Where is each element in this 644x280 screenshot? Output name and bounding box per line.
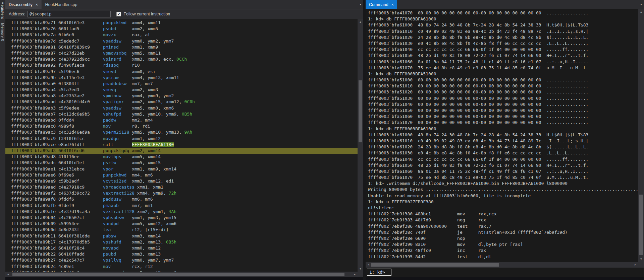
- disasm-line[interactable]: ffff8003`bfa89b09 c59954ee vandpd xmm5, …: [5, 221, 363, 227]
- disasm-operands: xmm2, xmm5: [132, 26, 158, 31]
- disasm-line[interactable]: ffff8003`bfa89adc 66410fd1ef psrlw xmm5,…: [5, 160, 363, 166]
- disasm-line[interactable]: ffff8003`bfa89aad c4c3010fd4c0 vpalignr …: [5, 99, 363, 105]
- disasm-line[interactable]: ffff8003`bfa89af2 c4637d39cc72 vextracti…: [5, 190, 363, 196]
- scrollbar-track[interactable]: [638, 15, 644, 256]
- disasm-operands: ymm5, xmm11: [132, 51, 161, 56]
- disasm-line[interactable]: ffff8003`bfa89b04 c4c26507cf vphsubsw ym…: [5, 215, 363, 221]
- disasm-line[interactable]: ffff8003`bfa89b22 66410ffadd psubd xmm3,…: [5, 251, 363, 257]
- disasm-line[interactable]: ffff8003`bfa89aa4 c5fa7ed3 vmovq xmm2, x…: [5, 87, 363, 93]
- disasm-line[interactable]: ffff8003`bfa89ac3 c4c32d46ed9a vperm2i12…: [5, 129, 363, 135]
- disasm-mnemonic: vcvtsi2sd: [103, 179, 132, 184]
- disasm-line[interactable]: ffff8003`bfa89a7a 0fb6c0 movzx eax, al: [5, 32, 363, 38]
- disasm-line[interactable]: ffff8003`bfa89a81 66410f3839c9 pminsd xm…: [5, 44, 363, 50]
- scroll-down-icon[interactable]: ▼: [358, 266, 363, 272]
- tab-hookhandler[interactable]: HookHandler.cpp: [41, 0, 80, 9]
- disasm-address-bytes: ffff8003`bfa89b22 66410ffadd: [11, 252, 103, 257]
- disasm-line[interactable]: ffff8003`bfa89abd 0ffdd4 paddw mm2, mm4: [5, 117, 363, 123]
- disasm-operands: xmm2, xmm13,: [132, 239, 166, 244]
- disasm-line[interactable]: ffff8003`bfa89ac9 f3410f6fcc movdqu xmm1…: [5, 136, 363, 142]
- scrollbar-thumb[interactable]: [12, 273, 344, 276]
- command-output[interactable]: ffff8003`bfa41070 00 00 00 00 00 00 00 0…: [366, 9, 644, 262]
- chevron-down-icon[interactable]: ▾: [640, 3, 642, 6]
- disassembly-view[interactable]: ffff8003`bfa89a71 66410f61e3 punpcklwd x…: [5, 19, 363, 272]
- close-icon[interactable]: ×: [36, 2, 38, 7]
- scrollbar-track[interactable]: [11, 272, 352, 277]
- disasm-line[interactable]: ffff8003`bfa89aed c4e27918c9 vbroadcasts…: [5, 184, 363, 190]
- disasm-line[interactable]: ffff8003`bfa89a7d c5ededc7 vpaddsw ymm0,…: [5, 38, 363, 44]
- scroll-up-icon[interactable]: ▲: [638, 9, 644, 15]
- disasm-line[interactable]: ffff8003`bfa89aa8 c4e2353ae2 vpminuw ymm…: [5, 93, 363, 99]
- disasm-line[interactable]: ffff8003`bfa89a76 660ffad5 psubd xmm2, x…: [5, 26, 363, 32]
- disasm-operands: xmm3, xmm0, ecx,: [132, 57, 176, 62]
- disasm-operands: r12, [r15+rdi]: [132, 227, 169, 232]
- chevron-down-icon[interactable]: ▾: [360, 3, 361, 6]
- tab-command[interactable]: Command ×: [366, 0, 397, 9]
- disasm-operands: xmm4, xmm11: [132, 20, 161, 25]
- disasm-line[interactable]: ffff8003`bfa89b11 66410f381dde pabsw xmm…: [5, 233, 363, 239]
- disasm-line[interactable]: ffff8003`bfa89ae1 c4c131ebce vpor xmm1, …: [5, 166, 363, 172]
- disasm-address-bytes: ffff8003`bfa89a81 66410f3839c9: [11, 45, 103, 50]
- command-vertical-scrollbar[interactable]: ▲ ▼: [638, 9, 644, 262]
- disasm-operands: mm4, mm6: [132, 172, 153, 178]
- address-input[interactable]: [28, 11, 111, 17]
- disasm-line[interactable]: ffff8003`bfa89ad8 410f16ee movlhps xmm5,…: [5, 154, 363, 160]
- scroll-right-icon[interactable]: ►: [352, 272, 358, 277]
- command-output-line: ffff8003`bfa61030 e0 4c 8b e8 4c 8b f0 4…: [366, 150, 644, 156]
- command-output-line: ffff8003`bfa51070 00 00 00 00 00 00 00 0…: [366, 120, 644, 126]
- disasm-line[interactable]: ffff8003`bfa89afe c4e37d19ca4a vextractf…: [5, 209, 363, 215]
- bottom-filler: [5, 277, 363, 280]
- disasm-line[interactable]: ffff8003`bfa89af8 0fddf6 paddusw mm6, mm…: [5, 196, 363, 202]
- command-pane: Command × ▾ ffff8003`bfa41070 00 00 00 0…: [366, 0, 644, 280]
- scroll-right-icon[interactable]: ►: [633, 262, 638, 268]
- disassembly-tabbar: Disassembly × HookHandler.cpp ▾: [5, 0, 363, 9]
- follow-instruction-checkbox[interactable]: ✓: [116, 12, 121, 16]
- disasm-line[interactable]: ffff8003`bfa89a8c c4e37922d9cc vpinsrd x…: [5, 56, 363, 62]
- disasm-mnemonic: vphsubsw: [103, 215, 132, 220]
- command-output-line: ffff8003`bfa51050 00 00 00 00 00 00 00 0…: [366, 108, 644, 114]
- scroll-left-icon[interactable]: ◄: [366, 262, 371, 268]
- disasm-line[interactable]: ffff8003`bfa89a87 c4c27d22eb vpmovsxbq y…: [5, 50, 363, 56]
- command-input[interactable]: 1: kd>: [367, 269, 391, 276]
- disassembly-horizontal-scrollbar[interactable]: ◄ ►: [5, 272, 363, 277]
- sidebar-tab-registers[interactable]: Registers: [1, 2, 5, 19]
- scrollbar-track[interactable]: [371, 262, 633, 268]
- disasm-line[interactable]: ffff8003`bfa89b27 c4e2c547c7 vpsllvq ymm…: [5, 257, 363, 263]
- disasm-mnemonic: punpcklqdq: [103, 148, 132, 153]
- disasm-line[interactable]: ffff8003`bfa89a9b c4c115e1e3 vpsraw ymm4…: [5, 75, 363, 81]
- disasm-line[interactable]: ffff8003`bfa89ace e8ad76fdff call FFFF80…: [5, 142, 363, 148]
- command-horizontal-scrollbar[interactable]: ◄ ►: [366, 262, 644, 268]
- disasm-address-bytes: ffff8003`bfa89b2c 4c89e1: [11, 264, 103, 269]
- disasm-line[interactable]: ffff8003`bfa89b0d 4d8d243f lea r12, [r15…: [5, 227, 363, 233]
- disasm-line[interactable]: ffff8003`bfa89ab3 c5f9edee vpaddsw xmm5,…: [5, 105, 363, 111]
- disasm-line[interactable]: ffff8003`bfa89ac0 4989f8 mov r8, rdi: [5, 123, 363, 129]
- disasm-line[interactable]: ffff8003`bfa89b17 c4c17970d5b5 vpshufd x…: [5, 239, 363, 245]
- disasm-line-current[interactable]: ffff8003`bfa89ad3 66410f6cd6 punpcklqdq …: [5, 148, 363, 154]
- disassembly-vertical-scrollbar[interactable]: ▲ ▼: [358, 19, 363, 272]
- disasm-line[interactable]: ffff8003`bfa89afb 0fdef9 pmaxub mm7, mm1: [5, 203, 363, 209]
- scrollbar-track[interactable]: [358, 25, 363, 266]
- disasm-line[interactable]: ffff8003`bfa89a92 f3490f1eca rdsspq r10: [5, 62, 363, 68]
- tab-disassembly[interactable]: Disassembly ×: [5, 0, 41, 9]
- close-icon[interactable]: ×: [391, 2, 394, 7]
- disasm-line[interactable]: ffff8003`bfa89aa0 0f3804ff pmaddubsw mm7…: [5, 81, 363, 87]
- disasm-line[interactable]: ffff8003`bfa89b2c 4c89e1 mov rcx, r12: [5, 264, 363, 270]
- scroll-up-icon[interactable]: ▲: [358, 19, 363, 25]
- scroll-left-icon[interactable]: ◄: [5, 272, 11, 277]
- disasm-line[interactable]: ffff8003`bfa89a71 66410f61e3 punpcklwd x…: [5, 20, 363, 26]
- sidebar-tab-memory[interactable]: Memory 0: [1, 23, 5, 41]
- scrollbar-thumb[interactable]: [639, 195, 643, 255]
- scrollbar-thumb[interactable]: [359, 80, 362, 142]
- disasm-mnemonic: movzx: [103, 32, 132, 37]
- disasm-line[interactable]: ffff8003`bfa89ab7 c4c12dc6e9b5 vshufpd y…: [5, 111, 363, 117]
- disasm-line[interactable]: ffff8003`bfa89b1d 66410f28c4 movapd xmm0…: [5, 245, 363, 251]
- disasm-operands: xmm3, xmm13: [132, 252, 161, 257]
- disasm-line[interactable]: ffff8003`bfa89a97 c5f96ec6 vmovd xmm0, e…: [5, 69, 363, 75]
- command-output-line: Unable to read memory at ffff8003`bfb0c0…: [366, 193, 644, 199]
- pane-splitter[interactable]: [363, 0, 366, 280]
- command-output-line: Writing 8000000 bytes ..................…: [366, 187, 644, 193]
- disasm-line[interactable]: ffff8003`bfa89ae9 c59b2adf vcvtsi2sd xmm…: [5, 178, 363, 184]
- scroll-down-icon[interactable]: ▼: [638, 256, 644, 262]
- scrollbar-thumb[interactable]: [371, 263, 499, 267]
- disasm-line[interactable]: ffff8003`bfa89ae6 0f69e6 punpckhwd mm4, …: [5, 172, 363, 178]
- disasm-mnemonic: pmaxub: [103, 203, 132, 208]
